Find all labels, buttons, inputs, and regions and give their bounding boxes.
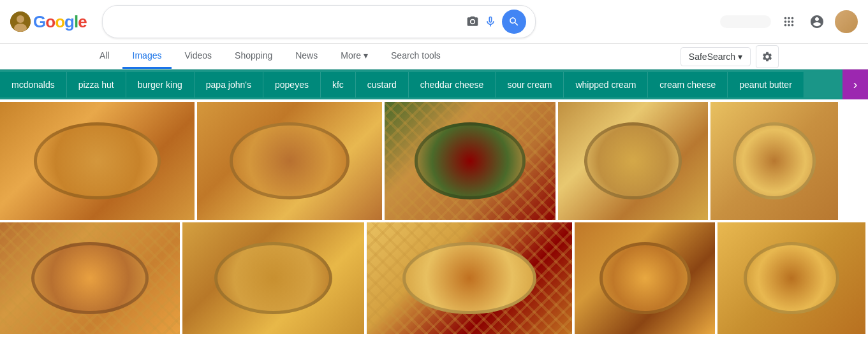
tab-images[interactable]: Images: [122, 44, 172, 69]
google-logo[interactable]: Google: [10, 11, 87, 32]
filter-chip-custard[interactable]: custard: [356, 72, 409, 97]
filter-chip-pizza-hut[interactable]: pizza hut: [67, 72, 126, 97]
tab-shopping[interactable]: Shopping: [224, 44, 283, 69]
filter-chip-papa-john's[interactable]: papa john's: [195, 72, 263, 97]
logo-avatar: [10, 11, 31, 32]
tab-all[interactable]: All: [89, 44, 120, 69]
logo-g: G: [33, 12, 45, 31]
header-right: [720, 10, 858, 33]
svg-point-1: [17, 15, 24, 23]
apps-menu-icon[interactable]: [779, 11, 799, 32]
filter-chip-mcdonalds[interactable]: mcdonalds: [0, 72, 67, 97]
filter-chip-sour-cream[interactable]: sour cream: [496, 72, 564, 97]
logo-g2: g: [64, 12, 74, 31]
header: Google apple pie: [0, 0, 868, 44]
image-thumbnail[interactable]: [575, 222, 715, 334]
safe-search-button[interactable]: SafeSearch ▾: [680, 47, 751, 66]
nav-bar: All Images Videos Shopping News More ▾ S…: [0, 44, 868, 69]
image-thumbnail[interactable]: [385, 102, 555, 220]
svg-point-3: [471, 20, 474, 24]
tab-search-tools[interactable]: Search tools: [381, 44, 451, 69]
search-input[interactable]: apple pie: [112, 16, 461, 27]
search-button[interactable]: [502, 10, 526, 34]
filter-chip-cheddar-cheese[interactable]: cheddar cheese: [409, 72, 496, 97]
tab-videos[interactable]: Videos: [174, 44, 222, 69]
filter-chip-kfc[interactable]: kfc: [321, 72, 356, 97]
image-thumbnail[interactable]: [717, 222, 865, 334]
logo-e: e: [78, 12, 86, 31]
image-thumbnail[interactable]: [710, 102, 838, 220]
image-thumbnail[interactable]: [558, 102, 708, 220]
filter-bar: mcdonaldspizza hutburger kingpapa john's…: [0, 69, 868, 99]
filter-chip-burger-king[interactable]: burger king: [126, 72, 195, 97]
settings-button[interactable]: [756, 45, 779, 68]
image-thumbnail[interactable]: [0, 102, 195, 220]
filter-chip-peanut-butter[interactable]: peanut butter: [728, 72, 804, 97]
profile-avatar[interactable]: [835, 10, 858, 33]
tab-news[interactable]: News: [285, 44, 328, 69]
account-icon[interactable]: [807, 11, 827, 32]
sign-in-button[interactable]: [720, 15, 771, 28]
filter-chip-popeyes[interactable]: popeyes: [263, 72, 321, 97]
filter-next-button[interactable]: ›: [842, 69, 868, 99]
camera-icon[interactable]: [466, 15, 479, 28]
safe-search-chevron: ▾: [738, 52, 742, 62]
image-grid: [0, 99, 868, 336]
image-thumbnail[interactable]: [182, 222, 364, 334]
search-bar: apple pie: [102, 5, 536, 38]
logo-o1: o: [45, 12, 55, 31]
image-thumbnail[interactable]: [367, 222, 572, 334]
safe-search-label: SafeSearch: [689, 52, 735, 62]
image-thumbnail[interactable]: [0, 222, 180, 334]
nav-right: SafeSearch ▾: [680, 45, 779, 68]
filter-chip-whipped-cream[interactable]: whipped cream: [564, 72, 648, 97]
filter-chip-cream-cheese[interactable]: cream cheese: [648, 72, 728, 97]
image-row-1: [0, 102, 868, 220]
logo-o2: o: [55, 12, 64, 31]
image-row-2: [0, 222, 868, 334]
mic-icon[interactable]: [484, 15, 497, 28]
image-thumbnail[interactable]: [197, 102, 382, 220]
tab-more[interactable]: More ▾: [330, 44, 378, 69]
